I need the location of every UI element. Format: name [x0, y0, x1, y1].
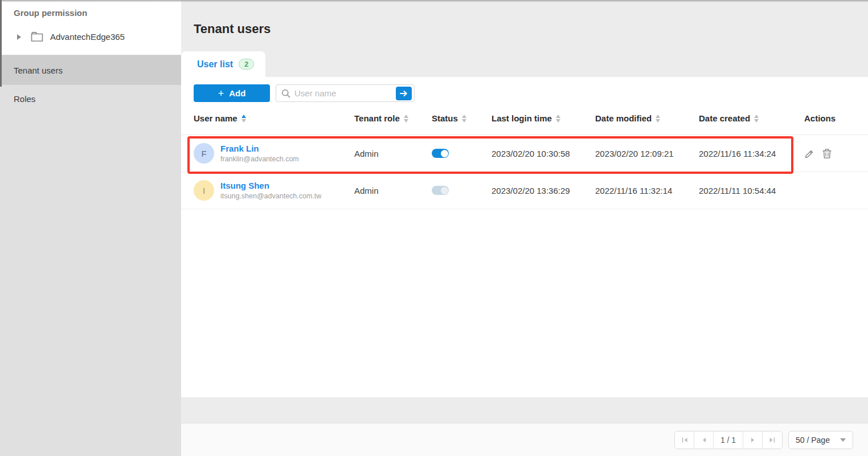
search-icon [281, 89, 290, 98]
column-header-tenant-role[interactable]: Tenant role [354, 113, 432, 123]
page-title: Tenant users [181, 0, 868, 36]
tree-item-label: AdvantechEdge365 [50, 32, 125, 42]
group-permission-title: Group permission [14, 8, 181, 18]
pagination-bar: 1 / 1 50 / Page [181, 423, 868, 456]
page-indicator: 1 / 1 [714, 431, 743, 449]
window-top-shadow [0, 0, 868, 2]
tenant-role-cell: Admin [354, 186, 432, 196]
next-page-icon [750, 437, 756, 443]
last-login-cell: 2023/02/20 13:36:29 [492, 186, 595, 196]
status-toggle[interactable] [432, 149, 449, 158]
user-count-badge: 2 [239, 59, 254, 70]
page-size-value: 50 / Page [796, 435, 830, 445]
edit-button[interactable] [804, 148, 815, 159]
group-permission-panel: Group permission AdvantechEdge365 [0, 0, 181, 55]
tab-bar: User list 2 [181, 51, 868, 77]
column-header-date-modified[interactable]: Date modified [595, 113, 699, 123]
sidebar-item-label: Tenant users [14, 66, 63, 75]
arrow-right-icon [400, 90, 408, 97]
avatar: I [194, 180, 214, 201]
first-page-button[interactable] [675, 431, 694, 449]
tab-user-list[interactable]: User list 2 [181, 51, 265, 77]
sort-icon[interactable] [656, 115, 660, 123]
last-login-cell: 2023/02/20 10:30:58 [492, 149, 595, 158]
date-modified-cell: 2022/11/16 11:32:14 [595, 186, 699, 196]
window-left-edge [0, 0, 2, 87]
tree-item-advantechedge365[interactable]: AdvantechEdge365 [14, 31, 181, 42]
page-size-select[interactable]: 50 / Page [788, 431, 853, 449]
user-name-link[interactable]: Frank Lin [220, 144, 299, 153]
user-name-link[interactable]: Itsung Shen [220, 181, 321, 190]
plus-icon: + [218, 88, 224, 99]
column-header-user-name[interactable]: User name [194, 113, 354, 123]
tab-user-list-label: User list [197, 59, 233, 70]
search-box [276, 84, 415, 102]
date-created-cell: 2022/11/16 11:34:24 [699, 149, 804, 158]
sidebar-item-tenant-users[interactable]: Tenant users [0, 55, 181, 85]
column-header-actions: Actions [804, 113, 868, 123]
folder-icon [31, 31, 43, 42]
pager-group: 1 / 1 [674, 431, 783, 449]
add-user-button[interactable]: + Add [194, 84, 270, 102]
sort-icon[interactable] [754, 115, 759, 123]
add-button-label: Add [229, 88, 245, 98]
table-row: I Itsung Shen itsung.shen@advantech.com.… [181, 172, 868, 209]
sidebar-item-label: Roles [14, 94, 35, 104]
search-submit-button[interactable] [396, 87, 412, 100]
expand-caret-icon[interactable] [17, 34, 21, 40]
main-area: Tenant users User list 2 + Add [181, 0, 868, 456]
next-page-button[interactable] [743, 431, 763, 449]
sort-icon[interactable] [462, 115, 466, 123]
toolbar: + Add [181, 77, 868, 102]
tenant-role-cell: Admin [354, 149, 432, 158]
column-header-date-created[interactable]: Date created [699, 113, 804, 123]
delete-button[interactable] [822, 148, 832, 159]
search-input[interactable] [294, 88, 396, 98]
sidebar-item-roles[interactable]: Roles [0, 85, 181, 112]
column-header-status[interactable]: Status [432, 113, 492, 123]
sort-icon[interactable] [241, 115, 246, 123]
first-page-icon [681, 437, 688, 443]
previous-page-button[interactable] [694, 431, 714, 449]
pencil-icon [804, 148, 815, 159]
previous-page-icon [701, 437, 707, 443]
table-header-row: User name Tenant role Status Last login … [181, 102, 868, 135]
user-list-panel: + Add [181, 77, 868, 397]
trash-icon [822, 148, 832, 159]
column-header-last-login-time[interactable]: Last login time [492, 113, 595, 123]
chevron-down-icon [840, 438, 846, 442]
sort-icon[interactable] [404, 115, 408, 123]
user-email: itsung.shen@advantech.com.tw [220, 192, 321, 200]
avatar: F [194, 143, 214, 164]
user-email: franklin@advantech.com [220, 155, 299, 163]
status-toggle[interactable] [432, 186, 449, 195]
sidebar: Group permission AdvantechEdge365 Tenant… [0, 0, 181, 456]
last-page-button[interactable] [763, 431, 782, 449]
sort-icon[interactable] [556, 115, 560, 123]
date-created-cell: 2022/11/11 10:54:44 [699, 186, 804, 196]
last-page-icon [769, 437, 776, 443]
table-row: F Frank Lin franklin@advantech.com Admin… [181, 135, 868, 172]
date-modified-cell: 2023/02/20 12:09:21 [595, 149, 699, 158]
